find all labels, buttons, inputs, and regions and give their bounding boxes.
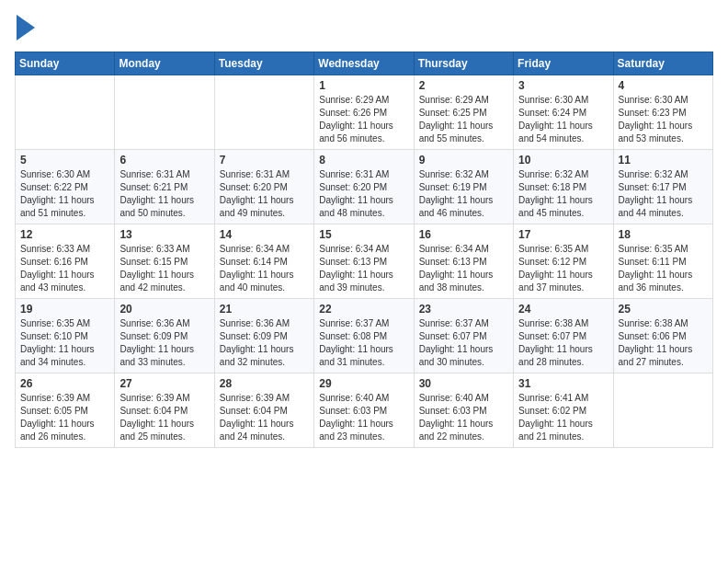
weekday-header-tuesday: Tuesday xyxy=(214,52,313,75)
calendar-day-22: 22Sunrise: 6:37 AM Sunset: 6:08 PM Dayli… xyxy=(314,299,414,373)
calendar-day-10: 10Sunrise: 6:32 AM Sunset: 6:18 PM Dayli… xyxy=(514,150,613,224)
calendar-day-13: 13Sunrise: 6:33 AM Sunset: 6:15 PM Dayli… xyxy=(115,224,214,299)
calendar-day-28: 28Sunrise: 6:39 AM Sunset: 6:04 PM Dayli… xyxy=(214,373,313,448)
day-number: 22 xyxy=(319,303,408,316)
calendar-table: SundayMondayTuesdayWednesdayThursdayFrid… xyxy=(15,52,713,448)
calendar-day-12: 12Sunrise: 6:33 AM Sunset: 6:16 PM Dayli… xyxy=(16,224,115,299)
day-number: 25 xyxy=(619,303,708,316)
day-info: Sunrise: 6:34 AM Sunset: 6:13 PM Dayligh… xyxy=(419,243,508,294)
day-number: 4 xyxy=(619,79,708,92)
calendar-day-7: 7Sunrise: 6:31 AM Sunset: 6:20 PM Daylig… xyxy=(214,150,313,224)
calendar-day-21: 21Sunrise: 6:36 AM Sunset: 6:09 PM Dayli… xyxy=(214,299,313,373)
day-number: 16 xyxy=(419,228,508,241)
day-info: Sunrise: 6:35 AM Sunset: 6:12 PM Dayligh… xyxy=(518,243,608,294)
day-info: Sunrise: 6:33 AM Sunset: 6:16 PM Dayligh… xyxy=(20,243,109,294)
day-number: 8 xyxy=(319,154,408,167)
calendar-day-9: 9Sunrise: 6:32 AM Sunset: 6:19 PM Daylig… xyxy=(414,150,513,224)
weekday-header-sunday: Sunday xyxy=(16,52,115,75)
day-info: Sunrise: 6:38 AM Sunset: 6:07 PM Dayligh… xyxy=(518,317,608,369)
day-info: Sunrise: 6:40 AM Sunset: 6:03 PM Dayligh… xyxy=(419,392,508,443)
day-number: 23 xyxy=(419,303,508,316)
day-info: Sunrise: 6:30 AM Sunset: 6:22 PM Dayligh… xyxy=(20,168,109,220)
calendar-day-30: 30Sunrise: 6:40 AM Sunset: 6:03 PM Dayli… xyxy=(414,373,513,448)
calendar-empty-cell xyxy=(115,75,214,150)
weekday-header-row: SundayMondayTuesdayWednesdayThursdayFrid… xyxy=(16,52,713,75)
day-info: Sunrise: 6:31 AM Sunset: 6:20 PM Dayligh… xyxy=(319,168,408,220)
calendar-day-26: 26Sunrise: 6:39 AM Sunset: 6:05 PM Dayli… xyxy=(16,373,115,448)
day-number: 7 xyxy=(220,154,309,167)
calendar-week-row: 1Sunrise: 6:29 AM Sunset: 6:26 PM Daylig… xyxy=(16,75,713,150)
calendar-day-11: 11Sunrise: 6:32 AM Sunset: 6:17 PM Dayli… xyxy=(613,150,712,224)
calendar-empty-cell xyxy=(613,373,712,448)
calendar-day-24: 24Sunrise: 6:38 AM Sunset: 6:07 PM Dayli… xyxy=(514,299,613,373)
day-info: Sunrise: 6:32 AM Sunset: 6:17 PM Dayligh… xyxy=(619,168,708,220)
day-info: Sunrise: 6:36 AM Sunset: 6:09 PM Dayligh… xyxy=(220,317,309,369)
day-info: Sunrise: 6:38 AM Sunset: 6:06 PM Dayligh… xyxy=(619,317,708,369)
day-number: 17 xyxy=(518,228,608,241)
calendar-day-17: 17Sunrise: 6:35 AM Sunset: 6:12 PM Dayli… xyxy=(514,224,613,299)
weekday-header-monday: Monday xyxy=(115,52,214,75)
calendar-day-1: 1Sunrise: 6:29 AM Sunset: 6:26 PM Daylig… xyxy=(314,75,414,150)
weekday-header-friday: Friday xyxy=(514,52,613,75)
day-info: Sunrise: 6:31 AM Sunset: 6:21 PM Dayligh… xyxy=(119,168,209,220)
calendar-day-2: 2Sunrise: 6:29 AM Sunset: 6:25 PM Daylig… xyxy=(414,75,513,150)
day-info: Sunrise: 6:41 AM Sunset: 6:02 PM Dayligh… xyxy=(518,392,608,443)
day-number: 3 xyxy=(518,79,608,92)
day-number: 13 xyxy=(119,228,209,241)
weekday-header-saturday: Saturday xyxy=(613,52,712,75)
day-info: Sunrise: 6:29 AM Sunset: 6:26 PM Dayligh… xyxy=(319,94,408,145)
svg-marker-0 xyxy=(17,15,35,40)
day-number: 27 xyxy=(119,377,209,390)
day-info: Sunrise: 6:34 AM Sunset: 6:13 PM Dayligh… xyxy=(319,243,408,294)
day-info: Sunrise: 6:39 AM Sunset: 6:04 PM Dayligh… xyxy=(220,392,309,443)
day-number: 10 xyxy=(518,154,608,167)
day-number: 15 xyxy=(319,228,408,241)
calendar-day-4: 4Sunrise: 6:30 AM Sunset: 6:23 PM Daylig… xyxy=(613,75,712,150)
logo xyxy=(15,15,35,40)
calendar-day-31: 31Sunrise: 6:41 AM Sunset: 6:02 PM Dayli… xyxy=(514,373,613,448)
calendar-day-20: 20Sunrise: 6:36 AM Sunset: 6:09 PM Dayli… xyxy=(115,299,214,373)
calendar-day-5: 5Sunrise: 6:30 AM Sunset: 6:22 PM Daylig… xyxy=(16,150,115,224)
day-info: Sunrise: 6:32 AM Sunset: 6:18 PM Dayligh… xyxy=(518,168,608,220)
day-number: 9 xyxy=(419,154,508,167)
calendar-day-15: 15Sunrise: 6:34 AM Sunset: 6:13 PM Dayli… xyxy=(314,224,414,299)
day-number: 19 xyxy=(20,303,109,316)
day-info: Sunrise: 6:34 AM Sunset: 6:14 PM Dayligh… xyxy=(220,243,309,294)
day-number: 1 xyxy=(319,79,408,92)
day-info: Sunrise: 6:29 AM Sunset: 6:25 PM Dayligh… xyxy=(419,94,508,145)
day-info: Sunrise: 6:30 AM Sunset: 6:24 PM Dayligh… xyxy=(518,94,608,145)
weekday-header-thursday: Thursday xyxy=(414,52,513,75)
day-info: Sunrise: 6:37 AM Sunset: 6:07 PM Dayligh… xyxy=(419,317,508,369)
day-info: Sunrise: 6:37 AM Sunset: 6:08 PM Dayligh… xyxy=(319,317,408,369)
day-number: 5 xyxy=(20,154,109,167)
calendar-day-14: 14Sunrise: 6:34 AM Sunset: 6:14 PM Dayli… xyxy=(214,224,313,299)
calendar-day-25: 25Sunrise: 6:38 AM Sunset: 6:06 PM Dayli… xyxy=(613,299,712,373)
calendar-day-3: 3Sunrise: 6:30 AM Sunset: 6:24 PM Daylig… xyxy=(514,75,613,150)
calendar-day-29: 29Sunrise: 6:40 AM Sunset: 6:03 PM Dayli… xyxy=(314,373,414,448)
page-header xyxy=(15,15,713,40)
day-info: Sunrise: 6:40 AM Sunset: 6:03 PM Dayligh… xyxy=(319,392,408,443)
calendar-week-row: 12Sunrise: 6:33 AM Sunset: 6:16 PM Dayli… xyxy=(16,224,713,299)
day-number: 14 xyxy=(220,228,309,241)
day-info: Sunrise: 6:31 AM Sunset: 6:20 PM Dayligh… xyxy=(220,168,309,220)
day-number: 24 xyxy=(518,303,608,316)
day-number: 6 xyxy=(119,154,209,167)
day-info: Sunrise: 6:33 AM Sunset: 6:15 PM Dayligh… xyxy=(119,243,209,294)
day-number: 21 xyxy=(220,303,309,316)
day-number: 12 xyxy=(20,228,109,241)
calendar-day-19: 19Sunrise: 6:35 AM Sunset: 6:10 PM Dayli… xyxy=(16,299,115,373)
day-info: Sunrise: 6:39 AM Sunset: 6:04 PM Dayligh… xyxy=(119,392,209,443)
day-number: 20 xyxy=(119,303,209,316)
day-info: Sunrise: 6:36 AM Sunset: 6:09 PM Dayligh… xyxy=(119,317,209,369)
day-info: Sunrise: 6:35 AM Sunset: 6:11 PM Dayligh… xyxy=(619,243,708,294)
calendar-week-row: 19Sunrise: 6:35 AM Sunset: 6:10 PM Dayli… xyxy=(16,299,713,373)
calendar-empty-cell xyxy=(16,75,115,150)
calendar-day-23: 23Sunrise: 6:37 AM Sunset: 6:07 PM Dayli… xyxy=(414,299,513,373)
calendar-week-row: 26Sunrise: 6:39 AM Sunset: 6:05 PM Dayli… xyxy=(16,373,713,448)
calendar-week-row: 5Sunrise: 6:30 AM Sunset: 6:22 PM Daylig… xyxy=(16,150,713,224)
day-number: 31 xyxy=(518,377,608,390)
calendar-day-16: 16Sunrise: 6:34 AM Sunset: 6:13 PM Dayli… xyxy=(414,224,513,299)
weekday-header-wednesday: Wednesday xyxy=(314,52,414,75)
day-number: 30 xyxy=(419,377,508,390)
day-info: Sunrise: 6:32 AM Sunset: 6:19 PM Dayligh… xyxy=(419,168,508,220)
